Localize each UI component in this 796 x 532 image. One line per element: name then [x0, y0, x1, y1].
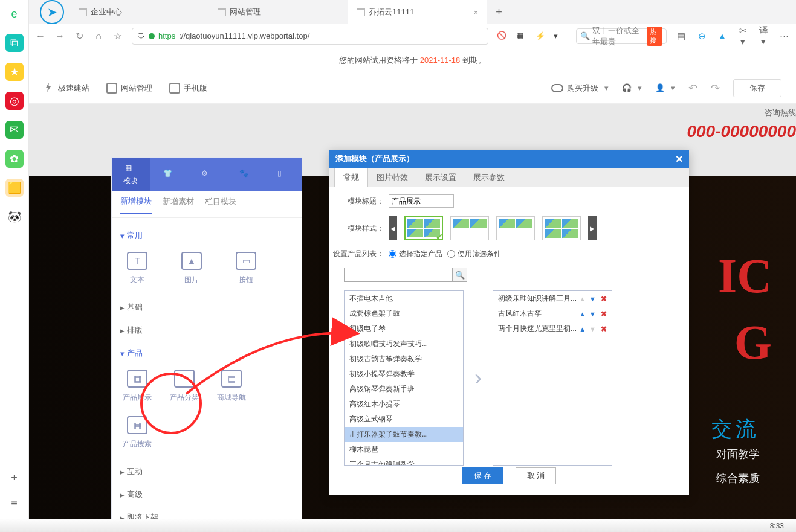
style-prev-button[interactable]: ◀ [389, 216, 397, 240]
style-option-3[interactable] [496, 216, 535, 240]
section-layout[interactable]: ▸ 排版 [120, 319, 293, 342]
home-button[interactable]: ⌂ [93, 31, 104, 42]
list-item[interactable]: 两个月快速尤克里里初...▲▼✖ [493, 321, 612, 336]
remove-icon[interactable]: ✖ [601, 325, 607, 333]
bolt-icon[interactable]: ⚡ [536, 31, 545, 40]
modal-cancel-button[interactable]: 取 消 [516, 467, 557, 484]
list-item[interactable]: 初级歌唱技巧发声技巧... [345, 336, 463, 351]
tab-enterprise[interactable]: 企业中心 [70, 0, 209, 24]
modal-close-button[interactable]: ✕ [675, 153, 683, 165]
tab-qiaotuoyun[interactable]: 乔拓云11111 × [348, 0, 487, 24]
bookmark-button[interactable]: ☆ [112, 30, 123, 42]
available-products-list[interactable]: 不插电木吉他成套棕色架子鼓初级电子琴初级歌唱技巧发声技巧...初级古韵古筝弹奏教… [344, 290, 464, 466]
module-image[interactable]: ▲图片 [175, 252, 209, 285]
list-item[interactable]: 初级电子琴 [345, 321, 463, 336]
remove-icon[interactable]: ✖ [601, 310, 607, 318]
product-search-button[interactable]: 🔍 [453, 268, 467, 282]
omnibox-search[interactable]: 🔍 双十一价或全年最贵 热搜 [576, 28, 667, 44]
toolbar-support[interactable]: 🎧 [622, 83, 642, 92]
radio-select-products[interactable]: 选择指定产品 [389, 249, 442, 259]
modal-tab-general[interactable]: 常规 [334, 168, 368, 187]
top-tab-settings[interactable]: ⚙ [188, 158, 226, 191]
module-mall-nav[interactable]: ▤商城导航 [215, 370, 248, 403]
list-item[interactable]: 高级红木小提琴 [345, 397, 463, 412]
cloud-icon[interactable]: ▲ [716, 31, 728, 41]
section-interactive[interactable]: ▸ 互动 [120, 460, 293, 483]
style-option-2[interactable] [450, 216, 489, 240]
adblock-icon[interactable]: 🚫 [497, 31, 508, 42]
module-text[interactable]: T文本 [120, 252, 154, 285]
list-item[interactable]: 初级小提琴弹奏教学 [345, 367, 463, 382]
modal-save-button[interactable]: 保 存 [462, 467, 503, 484]
redo-button[interactable]: ↷ [711, 82, 720, 95]
module-button[interactable]: ▭按钮 [229, 252, 263, 285]
module-product-category[interactable]: ≡产品分类 [167, 370, 201, 403]
more-icon[interactable]: ⋯ [778, 31, 790, 42]
chevron-down-icon[interactable]: ▾ [554, 31, 558, 40]
module-product-search[interactable]: ▦产品搜索 [120, 416, 154, 449]
section-base[interactable]: ▸ 基础 [120, 296, 293, 319]
modal-tab-params[interactable]: 展示参数 [465, 168, 513, 187]
sidebar-wechat-icon[interactable]: ✿ [5, 150, 24, 168]
radio-filter-products-input[interactable] [447, 250, 455, 258]
list-item[interactable]: 成套棕色架子鼓 [345, 306, 463, 321]
url-input[interactable]: 🛡 https://qiaotuoyun11111.vip.webportal.… [132, 28, 488, 45]
toolbar-fast-build[interactable]: 极速建站 [44, 83, 89, 94]
move-up-icon[interactable]: ▲ [579, 325, 586, 333]
top-tab-id[interactable]: ▯ [264, 158, 302, 191]
undo-button[interactable]: ↶ [688, 82, 697, 95]
module-title-input[interactable] [389, 194, 454, 208]
toolbar-mobile[interactable]: 手机版 [169, 83, 207, 94]
list-item[interactable]: 不插电木吉他 [345, 291, 463, 306]
top-tab-shirt[interactable]: 👕 [150, 158, 188, 191]
remove-icon[interactable]: ✖ [601, 295, 607, 303]
save-button[interactable]: 保存 [733, 79, 781, 97]
section-common[interactable]: ▾ 常用 [120, 224, 293, 247]
top-tab-pet[interactable]: 🐾 [225, 158, 264, 191]
move-down-icon[interactable]: ▼ [589, 310, 596, 318]
style-option-4[interactable] [542, 216, 581, 240]
list-item[interactable]: 古风红木古筝▲▼✖ [493, 306, 612, 321]
top-tab-module[interactable]: ▦ 模块 [112, 158, 150, 191]
module-product-display[interactable]: ▦产品展示 [120, 370, 154, 403]
list-item[interactable]: 初级古韵古筝弹奏教学 [345, 351, 463, 367]
sidebar-mail-icon[interactable]: ✉ [5, 121, 24, 139]
book-icon[interactable]: ▤ [675, 31, 687, 42]
back-button[interactable]: ← [35, 31, 46, 42]
radio-select-products-input[interactable] [389, 250, 396, 258]
modal-tab-display[interactable]: 展示设置 [416, 168, 465, 187]
qr-icon[interactable]: ▦ [516, 31, 527, 42]
list-item[interactable]: 高级立式钢琴 [345, 412, 463, 427]
modal-tab-effects[interactable]: 图片特效 [368, 168, 416, 187]
sidebar-app-1-icon[interactable]: ⧉ [5, 34, 24, 52]
style-option-1[interactable] [404, 216, 443, 240]
product-search-input[interactable] [344, 268, 453, 282]
section-advanced[interactable]: ▸ 高级 [120, 483, 293, 506]
sidebar-menu-icon[interactable]: ≡ [5, 494, 24, 512]
sidebar-app-2-icon[interactable]: 🟨 [5, 179, 24, 197]
subtab-column-module[interactable]: 栏目模块 [205, 196, 236, 213]
sidebar-weibo-icon[interactable]: ◎ [5, 92, 24, 110]
style-next-button[interactable]: ▶ [588, 216, 597, 240]
list-item[interactable]: 高级钢琴弹奏新手班 [345, 382, 463, 397]
sidebar-favorites-icon[interactable]: ★ [5, 63, 24, 81]
subtab-add-asset[interactable]: 新增素材 [163, 196, 194, 213]
sidebar-add-icon[interactable]: + [5, 469, 24, 487]
sidebar-app-3-icon[interactable]: 🐼 [5, 208, 24, 226]
toolbar-account[interactable]: 👤 [655, 83, 675, 92]
list-item[interactable]: 初级乐理知识讲解三月...▲▼✖ [493, 291, 612, 306]
compass-icon[interactable]: ➤ [40, 0, 64, 24]
subtab-add-module[interactable]: 新增模块 [120, 196, 152, 214]
transfer-button[interactable]: › [472, 365, 484, 391]
list-item[interactable]: 柳木琵琶 [345, 442, 463, 457]
selected-products-list[interactable]: 初级乐理知识讲解三月...▲▼✖古风红木古筝▲▼✖两个月快速尤克里里初...▲▼… [493, 290, 612, 466]
download-icon[interactable]: ⊖ [696, 31, 708, 42]
move-up-icon[interactable]: ▲ [579, 310, 586, 318]
section-product[interactable]: ▾ 产品 [120, 342, 293, 365]
list-item[interactable]: 击打乐器架子鼓节奏教... [345, 427, 463, 442]
scissors-icon[interactable]: ✂▾ [737, 25, 749, 47]
radio-filter-products[interactable]: 使用筛选条件 [447, 249, 501, 259]
list-item[interactable]: 三个月吉他弹唱教学 [345, 457, 463, 466]
toolbar-site-manage[interactable]: 网站管理 [106, 83, 152, 94]
tab-close-icon[interactable]: × [473, 8, 478, 17]
